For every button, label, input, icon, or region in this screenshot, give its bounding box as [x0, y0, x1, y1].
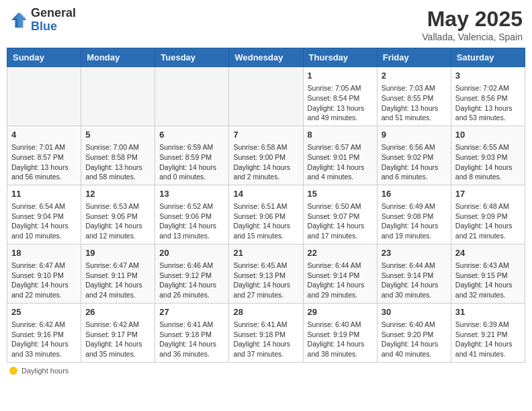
calendar-cell: 8Sunrise: 6:57 AMSunset: 9:01 PMDaylight… — [303, 126, 377, 185]
calendar-cell: 5Sunrise: 7:00 AMSunset: 8:58 PMDaylight… — [81, 126, 155, 185]
calendar-cell: 31Sunrise: 6:39 AMSunset: 9:21 PMDayligh… — [451, 303, 525, 362]
day-info: Sunrise: 7:03 AMSunset: 8:55 PMDaylight:… — [382, 83, 447, 123]
day-number: 3 — [455, 70, 521, 82]
calendar-cell: 21Sunrise: 6:45 AMSunset: 9:13 PMDayligh… — [229, 244, 303, 303]
calendar-cell: 24Sunrise: 6:43 AMSunset: 9:15 PMDayligh… — [451, 244, 525, 303]
day-number: 1 — [308, 70, 373, 82]
calendar-cell: 27Sunrise: 6:41 AMSunset: 9:18 PMDayligh… — [155, 303, 229, 362]
day-info: Sunrise: 6:52 AMSunset: 9:06 PMDaylight:… — [159, 201, 224, 241]
day-number: 13 — [159, 188, 224, 200]
day-number: 14 — [233, 188, 298, 200]
logo-icon — [9, 11, 28, 30]
day-number: 6 — [159, 129, 224, 141]
day-info: Sunrise: 6:54 AMSunset: 9:04 PMDaylight:… — [11, 201, 77, 241]
day-info: Sunrise: 6:46 AMSunset: 9:12 PMDaylight:… — [159, 261, 224, 300]
day-info: Sunrise: 6:56 AMSunset: 9:02 PMDaylight:… — [382, 142, 447, 182]
week-row-2: 4Sunrise: 7:01 AMSunset: 8:57 PMDaylight… — [7, 126, 525, 185]
month-title: May 2025 — [422, 7, 523, 32]
day-info: Sunrise: 6:44 AMSunset: 9:14 PMDaylight:… — [382, 261, 447, 300]
calendar-table: SundayMondayTuesdayWednesdayThursdayFrid… — [7, 48, 525, 363]
day-info: Sunrise: 7:02 AMSunset: 8:56 PMDaylight:… — [455, 83, 521, 123]
day-info: Sunrise: 7:01 AMSunset: 8:57 PMDaylight:… — [11, 142, 77, 182]
day-number: 31 — [455, 306, 521, 318]
calendar-cell: 3Sunrise: 7:02 AMSunset: 8:56 PMDaylight… — [451, 67, 525, 126]
weekday-header-monday: Monday — [81, 48, 155, 67]
day-info: Sunrise: 6:57 AMSunset: 9:01 PMDaylight:… — [308, 142, 373, 182]
day-info: Sunrise: 6:59 AMSunset: 8:59 PMDaylight:… — [159, 142, 224, 182]
legend-dot-icon — [9, 367, 17, 375]
day-number: 29 — [308, 306, 373, 318]
day-number: 12 — [85, 188, 150, 200]
day-info: Sunrise: 6:53 AMSunset: 9:05 PMDaylight:… — [85, 201, 150, 241]
calendar-cell: 9Sunrise: 6:56 AMSunset: 9:02 PMDaylight… — [377, 126, 451, 185]
calendar-cell: 2Sunrise: 7:03 AMSunset: 8:55 PMDaylight… — [377, 67, 451, 126]
location-title: Vallada, Valencia, Spain — [422, 32, 523, 42]
day-info: Sunrise: 6:43 AMSunset: 9:15 PMDaylight:… — [455, 261, 521, 300]
calendar-cell: 17Sunrise: 6:48 AMSunset: 9:09 PMDayligh… — [451, 185, 525, 244]
day-number: 2 — [382, 70, 447, 82]
day-number: 28 — [233, 306, 298, 318]
week-row-3: 11Sunrise: 6:54 AMSunset: 9:04 PMDayligh… — [7, 185, 525, 244]
page-header: General Blue May 2025 Vallada, Valencia,… — [7, 7, 525, 42]
day-info: Sunrise: 6:45 AMSunset: 9:13 PMDaylight:… — [233, 261, 298, 300]
day-number: 26 — [85, 306, 150, 318]
calendar-cell: 14Sunrise: 6:51 AMSunset: 9:06 PMDayligh… — [229, 185, 303, 244]
logo-text: General Blue — [31, 7, 76, 34]
day-info: Sunrise: 6:50 AMSunset: 9:07 PMDaylight:… — [308, 201, 373, 241]
weekday-header-sunday: Sunday — [7, 48, 81, 67]
day-number: 18 — [11, 247, 77, 259]
day-number: 5 — [85, 129, 150, 141]
calendar-cell: 20Sunrise: 6:46 AMSunset: 9:12 PMDayligh… — [155, 244, 229, 303]
day-number: 15 — [308, 188, 373, 200]
week-row-5: 25Sunrise: 6:42 AMSunset: 9:16 PMDayligh… — [7, 303, 525, 362]
day-number: 23 — [382, 247, 447, 259]
day-number: 8 — [308, 129, 373, 141]
day-info: Sunrise: 6:44 AMSunset: 9:14 PMDaylight:… — [308, 261, 373, 300]
day-info: Sunrise: 6:42 AMSunset: 9:17 PMDaylight:… — [85, 320, 150, 359]
calendar-cell: 30Sunrise: 6:40 AMSunset: 9:20 PMDayligh… — [377, 303, 451, 362]
day-info: Sunrise: 6:40 AMSunset: 9:20 PMDaylight:… — [382, 320, 447, 359]
legend: Daylight hours — [7, 367, 525, 375]
week-row-4: 18Sunrise: 6:47 AMSunset: 9:10 PMDayligh… — [7, 244, 525, 303]
calendar-cell: 4Sunrise: 7:01 AMSunset: 8:57 PMDaylight… — [7, 126, 81, 185]
day-number: 4 — [11, 129, 77, 141]
calendar-cell: 12Sunrise: 6:53 AMSunset: 9:05 PMDayligh… — [81, 185, 155, 244]
day-number: 24 — [455, 247, 521, 259]
calendar-cell: 26Sunrise: 6:42 AMSunset: 9:17 PMDayligh… — [81, 303, 155, 362]
day-info: Sunrise: 6:42 AMSunset: 9:16 PMDaylight:… — [11, 320, 77, 359]
calendar-cell: 28Sunrise: 6:41 AMSunset: 9:18 PMDayligh… — [229, 303, 303, 362]
legend-label: Daylight hours — [21, 367, 69, 375]
day-info: Sunrise: 6:39 AMSunset: 9:21 PMDaylight:… — [455, 320, 521, 359]
calendar-cell: 16Sunrise: 6:49 AMSunset: 9:08 PMDayligh… — [377, 185, 451, 244]
day-info: Sunrise: 7:00 AMSunset: 8:58 PMDaylight:… — [85, 142, 150, 182]
day-number: 7 — [233, 129, 298, 141]
day-number: 27 — [159, 306, 224, 318]
day-info: Sunrise: 6:55 AMSunset: 9:03 PMDaylight:… — [455, 142, 521, 182]
day-info: Sunrise: 6:41 AMSunset: 9:18 PMDaylight:… — [233, 320, 298, 359]
day-info: Sunrise: 6:47 AMSunset: 9:11 PMDaylight:… — [85, 261, 150, 300]
calendar-cell: 7Sunrise: 6:58 AMSunset: 9:00 PMDaylight… — [229, 126, 303, 185]
logo: General Blue — [9, 7, 76, 34]
calendar-cell — [81, 67, 155, 126]
week-row-1: 1Sunrise: 7:05 AMSunset: 8:54 PMDaylight… — [7, 67, 525, 126]
weekday-header-row: SundayMondayTuesdayWednesdayThursdayFrid… — [7, 48, 525, 67]
day-number: 25 — [11, 306, 77, 318]
day-number: 20 — [159, 247, 224, 259]
calendar-cell — [229, 67, 303, 126]
calendar-cell: 10Sunrise: 6:55 AMSunset: 9:03 PMDayligh… — [451, 126, 525, 185]
day-number: 19 — [85, 247, 150, 259]
day-info: Sunrise: 7:05 AMSunset: 8:54 PMDaylight:… — [308, 83, 373, 123]
day-number: 16 — [382, 188, 447, 200]
calendar-cell: 29Sunrise: 6:40 AMSunset: 9:19 PMDayligh… — [303, 303, 377, 362]
day-info: Sunrise: 6:48 AMSunset: 9:09 PMDaylight:… — [455, 201, 521, 241]
title-area: May 2025 Vallada, Valencia, Spain — [422, 7, 523, 42]
day-info: Sunrise: 6:41 AMSunset: 9:18 PMDaylight:… — [159, 320, 224, 359]
day-number: 30 — [382, 306, 447, 318]
day-number: 21 — [233, 247, 298, 259]
day-info: Sunrise: 6:40 AMSunset: 9:19 PMDaylight:… — [308, 320, 373, 359]
day-number: 22 — [308, 247, 373, 259]
day-number: 9 — [382, 129, 447, 141]
day-info: Sunrise: 6:49 AMSunset: 9:08 PMDaylight:… — [382, 201, 447, 241]
weekday-header-wednesday: Wednesday — [229, 48, 303, 67]
day-number: 17 — [455, 188, 521, 200]
